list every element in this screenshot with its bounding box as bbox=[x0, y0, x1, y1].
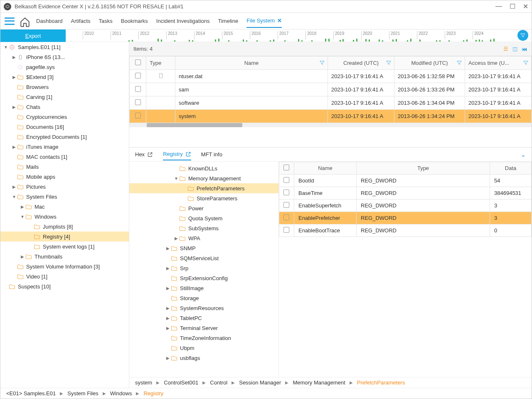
tab-filesystem[interactable]: File System✕ bbox=[246, 14, 282, 28]
reg-memmgmt[interactable]: ▼Memory Management bbox=[129, 173, 278, 183]
reg-still[interactable]: ▶StillImage bbox=[129, 283, 278, 293]
file-row[interactable]: sam2023-10-17 9:16:41 A2013-06-26 1:33:2… bbox=[130, 83, 532, 96]
reg-quota[interactable]: Quota System bbox=[129, 213, 278, 223]
list-view-icon[interactable]: ☰ bbox=[503, 46, 508, 52]
row-checkbox[interactable] bbox=[135, 113, 141, 118]
col-type[interactable]: Type bbox=[357, 162, 490, 175]
tree-thumbs[interactable]: ▶Thumbnails bbox=[0, 251, 129, 261]
reg-value-row[interactable]: BaseTimeREG_DWORD384694531 bbox=[279, 187, 532, 200]
tree-registry[interactable]: Registry [4] bbox=[0, 232, 129, 241]
row-checkbox[interactable] bbox=[283, 177, 289, 183]
row-checkbox[interactable] bbox=[283, 214, 289, 220]
tree-root[interactable]: ▼ Samples.E01 [11] bbox=[0, 42, 129, 52]
tree-pagefile[interactable]: pagefile.sys bbox=[0, 62, 129, 72]
timeline-chart[interactable]: 2010201120122013201420152016201720182019… bbox=[66, 30, 514, 42]
col-created[interactable]: Created (UTC) bbox=[328, 57, 394, 70]
reg-value-row[interactable]: EnableSuperfetchREG_DWORD3 bbox=[279, 200, 532, 212]
minimize-button[interactable]: — bbox=[495, 2, 502, 10]
tree-mac2[interactable]: ▶Mac bbox=[0, 202, 129, 212]
breadcrumb-item[interactable]: PrefetchParameters bbox=[357, 379, 405, 386]
reg-knowndlls[interactable]: KnownDLLs bbox=[129, 163, 278, 173]
reg-value-row[interactable]: BootIdREG_DWORD54 bbox=[279, 175, 532, 187]
tree-encdocs[interactable]: Encrypted Documents [1] bbox=[0, 132, 129, 142]
breadcrumb-item[interactable]: <E01> Samples.E01 bbox=[6, 390, 56, 397]
tree-syslogs[interactable]: System event logs [1] bbox=[0, 241, 129, 251]
tab-artifacts[interactable]: Artifacts bbox=[71, 15, 91, 27]
filter-icon[interactable] bbox=[523, 60, 529, 67]
breadcrumb-item[interactable]: system bbox=[135, 379, 152, 386]
breadcrumb-item[interactable]: Session Manager bbox=[239, 379, 281, 386]
filter-icon[interactable] bbox=[386, 60, 392, 67]
select-all-checkbox[interactable] bbox=[283, 165, 289, 170]
registry-values-grid[interactable]: NameTypeDataBootIdREG_DWORD54BaseTimeREG… bbox=[279, 162, 532, 237]
col-name[interactable]: Name bbox=[294, 162, 357, 175]
tree-mac[interactable]: MAC contacts [1] bbox=[0, 152, 129, 162]
collapse-panel-icon[interactable]: ⏮ bbox=[522, 46, 527, 52]
tree-jumplists[interactable]: Jumplists [8] bbox=[0, 222, 129, 232]
tree-extend[interactable]: ▶$Extend [3] bbox=[0, 72, 129, 82]
col-name[interactable]: Name bbox=[175, 57, 328, 70]
reg-storage[interactable]: Storage bbox=[129, 293, 278, 303]
expand-detail-icon[interactable]: ⌄ bbox=[521, 151, 526, 158]
tree-pictures[interactable]: ▶Pictures bbox=[0, 182, 129, 192]
col-access[interactable]: Access time (U... bbox=[465, 57, 532, 70]
breadcrumb-item[interactable]: Windows bbox=[110, 390, 132, 397]
col-type[interactable]: Type bbox=[146, 57, 175, 70]
breadcrumb-item[interactable]: ControlSet001 bbox=[164, 379, 198, 386]
close-button[interactable]: ✕ bbox=[523, 2, 528, 10]
detail-tab-mft[interactable]: MFT info bbox=[201, 149, 222, 160]
tab-tasks[interactable]: Tasks bbox=[99, 15, 113, 27]
tree-windows[interactable]: ▼Windows bbox=[0, 212, 129, 222]
reg-tablet[interactable]: ▶TabletPC bbox=[129, 313, 278, 323]
reg-value-row[interactable]: EnablePrefetcherREG_DWORD3 bbox=[279, 212, 532, 224]
filter-icon[interactable] bbox=[456, 60, 462, 67]
registry-tree[interactable]: KnownDLLs▼Memory ManagementPrefetchParam… bbox=[129, 162, 279, 377]
file-row[interactable]: software2023-10-17 9:16:41 A2013-06-26 1… bbox=[130, 96, 532, 110]
detail-tab-registry[interactable]: Registry bbox=[163, 148, 191, 160]
reg-ubpm[interactable]: Ubpm bbox=[129, 343, 278, 353]
folder-tree[interactable]: ▼ Samples.E01 [11]▶ iPhone 6S (13... pag… bbox=[0, 42, 129, 388]
tree-mails[interactable]: Mails bbox=[0, 162, 129, 172]
reg-terminal[interactable]: ▶Terminal Server bbox=[129, 323, 278, 333]
reg-srpext[interactable]: SrpExtensionConfig bbox=[129, 273, 278, 283]
tree-suspects[interactable]: Suspects [10] bbox=[0, 281, 129, 291]
reg-power[interactable]: Power bbox=[129, 203, 278, 213]
tree-browsers[interactable]: Browsers bbox=[0, 82, 129, 92]
reg-tz[interactable]: TimeZoneInformation bbox=[129, 333, 278, 343]
row-checkbox[interactable] bbox=[135, 99, 141, 105]
reg-sysres[interactable]: ▶SystemResources bbox=[129, 303, 278, 313]
tree-video[interactable]: Video [1] bbox=[0, 271, 129, 281]
tree-documents[interactable]: Documents [16] bbox=[0, 122, 129, 132]
row-checkbox[interactable] bbox=[283, 190, 289, 195]
tab-timeline[interactable]: Timeline bbox=[218, 15, 238, 27]
popout-icon[interactable] bbox=[185, 151, 191, 157]
detail-tab-hex[interactable]: Hex bbox=[135, 149, 153, 160]
breadcrumb-item[interactable]: Registry bbox=[143, 390, 163, 397]
breadcrumb-item[interactable]: Memory Management bbox=[293, 379, 345, 386]
tree-chats[interactable]: ▶Chats bbox=[0, 102, 129, 112]
home-icon[interactable] bbox=[20, 17, 30, 26]
breadcrumb-item[interactable]: Control bbox=[210, 379, 227, 386]
tree-svi[interactable]: System Volume Information [3] bbox=[0, 261, 129, 271]
file-grid[interactable]: TypeNameCreated (UTC)Modified (UTC)Acces… bbox=[129, 56, 532, 123]
file-row[interactable]: system2023-10-17 9:16:41 A2013-06-26 1:3… bbox=[130, 110, 532, 123]
row-checkbox[interactable] bbox=[283, 227, 289, 233]
tab-close-icon[interactable]: ✕ bbox=[277, 17, 282, 24]
tab-bookmarks[interactable]: Bookmarks bbox=[121, 15, 148, 27]
tab-dashboard[interactable]: Dashboard bbox=[36, 15, 63, 27]
maximize-button[interactable]: ☐ bbox=[510, 2, 515, 10]
col-modified[interactable]: Modified (UTC) bbox=[394, 57, 465, 70]
tree-itunes[interactable]: ▶ iPhone 6S (13... bbox=[0, 52, 129, 62]
tab-incident[interactable]: Incident Investigations bbox=[156, 15, 210, 27]
filter-button[interactable] bbox=[517, 30, 528, 41]
row-checkbox[interactable] bbox=[135, 86, 141, 92]
select-all-checkbox[interactable] bbox=[135, 59, 141, 65]
reg-snmp[interactable]: ▶SNMP bbox=[129, 243, 278, 253]
reg-subsys[interactable]: SubSystems bbox=[129, 223, 278, 233]
col-data[interactable]: Data bbox=[490, 162, 532, 175]
reg-srp[interactable]: ▶Srp bbox=[129, 263, 278, 273]
tree-itunesimg[interactable]: ▶iTunes image bbox=[0, 142, 129, 152]
export-button[interactable]: Export bbox=[0, 30, 66, 42]
reg-store[interactable]: StoreParameters bbox=[129, 193, 278, 203]
popout-icon[interactable] bbox=[147, 152, 153, 158]
